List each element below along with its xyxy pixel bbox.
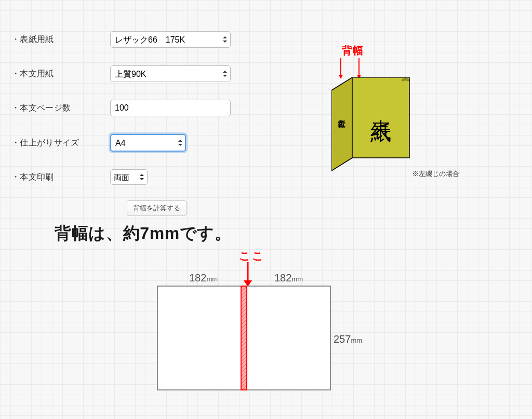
body-paper-select-wrap: 上質90K <box>110 65 231 82</box>
flat-cover-diagram <box>156 248 332 394</box>
spine-arrows-icon <box>337 58 368 80</box>
pages-row: ・本文ページ数 <box>11 100 235 116</box>
body-print-label: ・本文印刷 <box>11 172 110 183</box>
cover-paper-select-wrap: レザック66 175K <box>110 31 231 48</box>
spine-width-heading: 背幅 <box>342 44 364 58</box>
svg-marker-5 <box>352 77 409 158</box>
cover-paper-label: ・表紙用紙 <box>11 34 110 45</box>
binding-note: ※左綴じの場合 <box>412 169 459 179</box>
body-print-select[interactable]: 両面 <box>110 169 148 185</box>
body-paper-select[interactable]: 上質90K <box>110 65 231 82</box>
calculator-form: ・表紙用紙 レザック66 175K ・本文用紙 上質90K ・本文ページ数 ・仕… <box>11 31 235 216</box>
calculate-button[interactable]: 背幅を計算する <box>127 200 187 216</box>
svg-marker-4 <box>331 77 352 171</box>
pages-input[interactable] <box>110 100 231 116</box>
cover-paper-row: ・表紙用紙 レザック66 175K <box>11 31 235 48</box>
finish-size-label: ・仕上がりサイズ <box>11 138 110 148</box>
svg-rect-11 <box>247 286 330 390</box>
book-3d-icon: 背表紙 表紙 <box>331 77 420 176</box>
dimension-height: 257mm <box>334 333 362 345</box>
svg-rect-10 <box>157 286 241 390</box>
svg-rect-12 <box>241 286 247 390</box>
finish-size-row: ・仕上がりサイズ A4 <box>11 134 235 152</box>
body-print-row: ・本文印刷 両面 <box>11 169 235 185</box>
body-paper-row: ・本文用紙 上質90K <box>11 65 235 82</box>
cover-paper-select[interactable]: レザック66 175K <box>110 31 231 48</box>
finish-size-select[interactable]: A4 <box>110 134 186 152</box>
body-paper-label: ・本文用紙 <box>11 69 110 79</box>
finish-size-select-wrap: A4 <box>110 134 186 152</box>
pages-label: ・本文ページ数 <box>11 103 110 114</box>
result-text: 背幅は、約7mmです。 <box>55 222 232 245</box>
body-print-select-wrap: 両面 <box>110 169 148 185</box>
